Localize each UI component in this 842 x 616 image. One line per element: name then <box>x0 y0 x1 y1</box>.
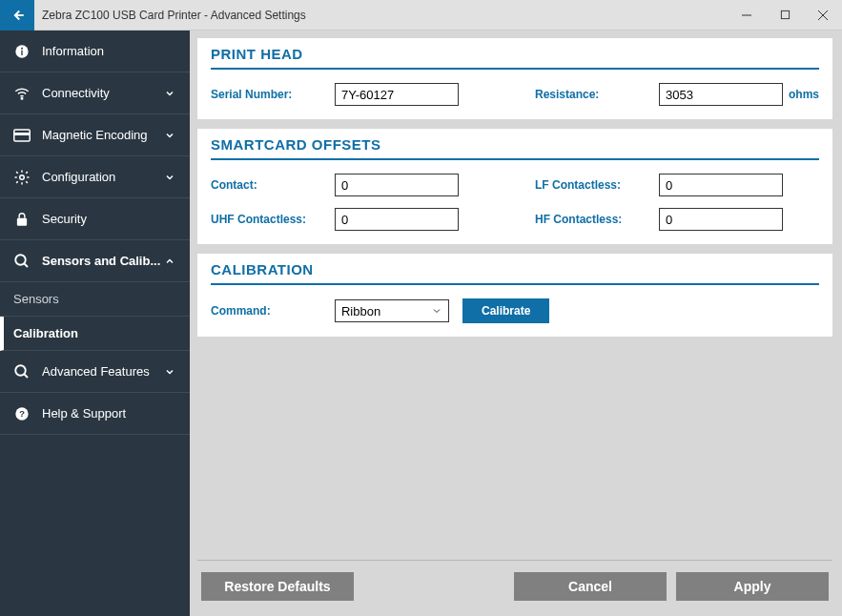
resistance-unit: ohms <box>789 88 819 101</box>
sidebar-item-label: Configuration <box>42 170 163 184</box>
cancel-button[interactable]: Cancel <box>514 572 667 601</box>
panel-title: CALIBRATION <box>211 261 819 285</box>
magnify-icon <box>13 253 31 270</box>
chevron-down-icon <box>163 129 176 142</box>
sidebar-item-advanced-features[interactable]: Advanced Features <box>0 351 190 393</box>
apply-button[interactable]: Apply <box>676 572 829 601</box>
svg-line-15 <box>24 374 28 378</box>
uhf-contactless-label: UHF Contactless: <box>211 213 335 226</box>
panel-calibration: CALIBRATION Command: Ribbon Calibrate <box>197 254 832 337</box>
sidebar-item-label: Security <box>42 212 176 226</box>
back-button[interactable] <box>0 0 34 31</box>
bottom-bar: Restore Defaults Cancel Apply <box>197 560 832 616</box>
sidebar-item-label: Help & Support <box>42 406 176 421</box>
calibrate-button[interactable]: Calibrate <box>462 298 549 323</box>
sidebar-item-label: Connectivity <box>42 86 163 100</box>
sidebar-item-connectivity[interactable]: Connectivity <box>0 72 190 114</box>
content-area: PRINT HEAD Serial Number: Resistance: oh… <box>190 31 842 616</box>
sidebar-item-sensors-calib[interactable]: Sensors and Calib... <box>0 240 190 282</box>
chevron-down-icon <box>163 365 176 379</box>
uhf-contactless-input[interactable] <box>335 208 459 231</box>
hf-contactless-label: HF Contactless: <box>535 213 659 226</box>
command-select-value: Ribbon <box>341 304 380 318</box>
lf-contactless-label: LF Contactless: <box>535 178 659 192</box>
sidebar-subitem-label: Calibration <box>13 326 78 340</box>
help-icon: ? <box>13 405 31 422</box>
svg-point-12 <box>15 255 26 265</box>
chevron-down-icon <box>163 171 176 184</box>
panel-title: SMARTCARD OFFSETS <box>211 136 819 160</box>
svg-rect-1 <box>781 10 789 18</box>
panel-print-head: PRINT HEAD Serial Number: Resistance: oh… <box>197 38 832 119</box>
sidebar-subitem-sensors[interactable]: Sensors <box>0 282 190 317</box>
maximize-icon <box>780 10 791 20</box>
lf-contactless-input[interactable] <box>659 174 783 196</box>
panel-title: PRINT HEAD <box>211 46 819 70</box>
svg-point-14 <box>15 365 26 376</box>
sidebar-item-information[interactable]: Information <box>0 31 190 72</box>
sidebar-item-label: Magnetic Encoding <box>42 128 163 142</box>
sidebar-item-label: Information <box>42 44 176 58</box>
sidebar-item-configuration[interactable]: Configuration <box>0 156 190 198</box>
svg-point-10 <box>20 175 25 179</box>
svg-line-13 <box>24 263 28 267</box>
svg-point-7 <box>21 97 23 99</box>
sidebar-item-label: Sensors and Calib... <box>42 254 163 268</box>
sidebar-subitem-calibration[interactable]: Calibration <box>0 317 190 351</box>
panel-smartcard-offsets: SMARTCARD OFFSETS Contact: LF Contactles… <box>197 129 832 244</box>
sidebar-subitem-label: Sensors <box>13 292 59 306</box>
arrow-left-icon <box>9 7 26 24</box>
magnify-icon <box>13 363 31 380</box>
svg-rect-11 <box>17 217 27 225</box>
svg-rect-9 <box>14 133 31 135</box>
lock-icon <box>13 211 31 228</box>
serial-number-label: Serial Number: <box>211 88 335 101</box>
sidebar-item-security[interactable]: Security <box>0 198 190 240</box>
sidebar-item-help-support[interactable]: ? Help & Support <box>0 393 190 435</box>
svg-point-6 <box>21 47 23 49</box>
restore-defaults-button[interactable]: Restore Defaults <box>201 572 354 601</box>
chevron-down-icon <box>163 87 176 100</box>
sidebar-item-magnetic-encoding[interactable]: Magnetic Encoding <box>0 114 190 156</box>
close-icon <box>817 10 829 21</box>
window-controls <box>728 0 842 31</box>
titlebar: Zebra ZC100 USB Card Printer - Advanced … <box>0 0 842 31</box>
hf-contactless-input[interactable] <box>659 208 783 231</box>
minimize-icon <box>741 10 752 21</box>
resistance-label: Resistance: <box>535 88 659 101</box>
svg-rect-5 <box>21 50 22 54</box>
contact-input[interactable] <box>335 174 459 196</box>
card-icon <box>13 127 31 144</box>
close-button[interactable] <box>804 0 842 31</box>
serial-number-input[interactable] <box>335 83 459 106</box>
window-title: Zebra ZC100 USB Card Printer - Advanced … <box>34 9 728 22</box>
maximize-button[interactable] <box>766 0 804 31</box>
sidebar-item-label: Advanced Features <box>42 364 163 379</box>
gear-icon <box>13 169 31 186</box>
info-icon <box>13 43 31 60</box>
chevron-down-icon <box>431 305 442 317</box>
wifi-icon <box>13 85 31 102</box>
svg-text:?: ? <box>19 409 25 419</box>
contact-label: Contact: <box>211 178 335 192</box>
resistance-input[interactable] <box>659 83 783 106</box>
command-label: Command: <box>211 304 335 318</box>
command-select[interactable]: Ribbon <box>335 299 449 322</box>
sidebar: Information Connectivity Magnetic Encodi… <box>0 31 190 616</box>
minimize-button[interactable] <box>728 0 766 31</box>
chevron-up-icon <box>163 255 176 268</box>
